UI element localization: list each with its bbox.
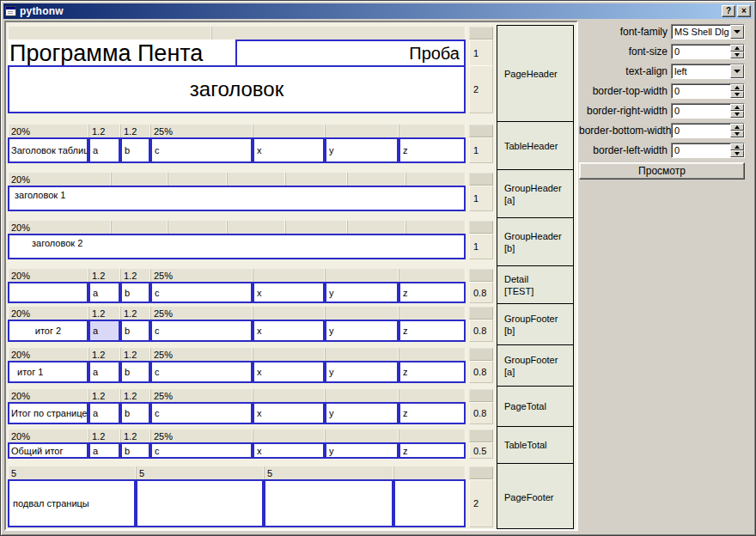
column-width-segment[interactable]: 1.2 [88,125,120,137]
column-width-segment[interactable]: 1.2 [88,389,120,402]
report-cell[interactable]: a [88,442,120,459]
column-width-segment[interactable]: 20% [8,307,88,320]
border-left-width-spinner[interactable]: 0 [671,143,745,158]
column-width-segment[interactable] [325,269,399,282]
report-cell[interactable]: a [88,320,120,342]
border-bottom-width-spinner[interactable]: 0 [671,123,745,138]
spin-down-button[interactable] [730,111,744,118]
column-width-segment[interactable]: 1.2 [88,307,120,320]
border-right-width-spinner[interactable]: 0 [671,103,745,119]
column-width-segment[interactable]: 5 [264,466,393,479]
column-width-segment[interactable] [347,173,405,186]
column-width-segment[interactable] [168,221,227,234]
column-width-segment[interactable] [253,429,325,442]
column-width-segment[interactable] [285,173,347,186]
report-cell[interactable]: Итог по странице [8,402,88,424]
report-cell[interactable]: y [325,137,399,163]
column-width-segment[interactable]: 1.2 [120,429,150,442]
report-cell[interactable]: c [150,402,253,424]
spin-up-button[interactable] [730,104,744,111]
report-cell[interactable]: b [120,442,150,459]
spin-up-button[interactable] [730,84,744,91]
column-width-segment[interactable] [325,307,399,320]
column-width-segment[interactable] [325,348,399,361]
report-cell[interactable]: x [253,320,325,342]
column-width-segment[interactable]: 25% [150,348,253,361]
border-top-width-spinner[interactable]: 0 [671,83,745,99]
column-width-segment[interactable]: 1.2 [120,389,150,402]
report-cell[interactable]: y [325,442,399,459]
column-width-segment[interactable]: 25% [150,389,253,402]
column-width-segment[interactable] [111,221,168,234]
report-cell[interactable]: x [253,137,325,163]
column-width-segment[interactable]: 1.2 [120,307,150,320]
column-width-segment[interactable] [111,173,168,186]
column-width-segment[interactable] [325,125,399,137]
report-cell[interactable]: y [325,282,399,303]
column-width-segment[interactable]: 1.2 [88,429,120,442]
column-width-segment[interactable]: 1.2 [120,348,150,361]
report-cell[interactable]: b [120,320,150,342]
column-width-segment[interactable]: 20% [8,429,88,442]
column-width-segment[interactable] [393,466,466,479]
column-width-segment[interactable]: 5 [8,466,136,479]
column-width-segment[interactable] [227,173,285,186]
report-cell[interactable]: x [253,402,325,424]
report-cell[interactable]: z [399,402,466,424]
column-width-segment[interactable]: 25% [150,429,253,442]
report-cell[interactable]: c [150,320,253,342]
column-width-segment[interactable] [8,27,211,40]
spin-down-button[interactable] [730,131,744,137]
column-width-segment[interactable]: 5 [136,466,264,479]
column-width-segment[interactable] [399,125,466,137]
report-cell[interactable]: z [399,137,466,163]
column-width-segment[interactable] [168,173,227,186]
column-width-segment[interactable] [253,348,325,361]
help-button[interactable]: ? [722,5,735,17]
spin-up-button[interactable] [730,124,744,131]
report-cell[interactable]: y [325,402,399,424]
report-cell[interactable]: c [150,361,253,383]
column-width-segment[interactable]: 1.2 [120,125,150,137]
report-cell[interactable]: a [88,361,120,383]
report-cell[interactable] [264,479,393,527]
column-width-segment[interactable] [405,173,466,186]
column-width-segment[interactable]: 20% [8,269,88,282]
dropdown-arrow-button[interactable] [730,64,744,78]
report-cell[interactable]: c [150,282,253,303]
column-width-segment[interactable]: 20% [8,125,88,137]
column-width-segment[interactable] [405,221,466,234]
report-cell[interactable]: a [88,137,120,163]
column-width-segment[interactable]: 20% [8,348,88,361]
column-width-segment[interactable] [399,307,466,320]
report-cell[interactable]: z [399,320,466,342]
report-cell[interactable]: b [120,402,150,424]
column-width-segment[interactable] [253,307,325,320]
report-cell[interactable]: заголовок [8,65,466,113]
column-width-segment[interactable]: 1.2 [88,348,120,361]
report-cell[interactable]: Общий итог [8,442,88,459]
column-width-segment[interactable] [253,389,325,402]
report-cell[interactable]: z [399,361,466,383]
column-width-segment[interactable] [285,221,347,234]
text-align-dropdown[interactable]: left [671,64,745,79]
column-width-segment[interactable] [399,389,466,402]
report-cell[interactable]: z [399,282,466,303]
report-cell[interactable]: Программа Пента [8,40,235,67]
report-cell[interactable]: z [399,442,466,459]
report-cell[interactable]: итог 2 [8,320,88,342]
spin-down-button[interactable] [730,150,744,157]
font-family-dropdown[interactable]: MS Shell Dlg 2 [671,24,745,40]
report-cell[interactable] [393,479,466,527]
report-cell[interactable]: Заголовок таблицы [8,137,88,163]
report-cell[interactable]: заголовок 2 [8,234,466,259]
report-cell[interactable]: заголовок 1 [8,186,466,211]
column-width-segment[interactable]: 25% [150,269,253,282]
column-width-segment[interactable] [253,125,325,137]
report-cell[interactable]: подвал страницы [8,479,136,527]
report-cell[interactable]: x [253,361,325,383]
column-width-segment[interactable] [325,429,399,442]
report-cell[interactable]: y [325,320,399,342]
spin-down-button[interactable] [730,52,744,58]
column-width-segment[interactable]: 25% [150,125,253,137]
